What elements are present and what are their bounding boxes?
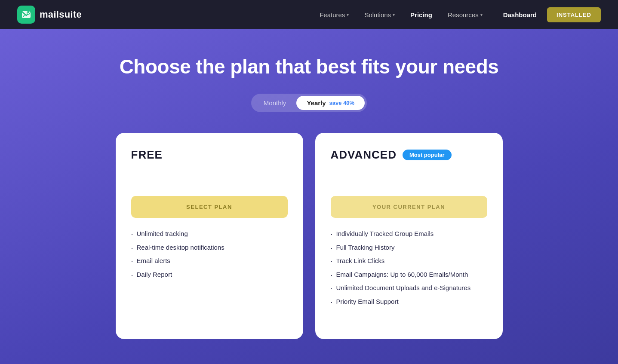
list-item: Unlimited Document Uploads and e-Signatu…: [331, 284, 487, 294]
nav-resources[interactable]: Resources ▾: [448, 11, 483, 18]
list-item: Individually Tracked Group Emails: [331, 230, 487, 239]
logo-text: mailsuite: [40, 9, 82, 20]
advanced-plan-header: ADVANCED Most popular: [331, 148, 487, 162]
list-item: Email alerts: [131, 257, 288, 266]
chevron-down-icon: ▾: [393, 12, 395, 17]
list-item: Track Link Clicks: [331, 257, 487, 266]
free-plan-header: FREE: [131, 148, 288, 162]
billing-toggle: Monthly Yearly save 40%: [251, 94, 367, 112]
list-item: Full Tracking History: [331, 244, 487, 253]
advanced-plan-card: ADVANCED Most popular YOUR CURRENT PLAN …: [315, 133, 503, 339]
free-plan-features: Unlimited tracking Real-time desktop not…: [131, 230, 288, 280]
main-content: Choose the plan that best fits your need…: [0, 29, 618, 364]
navigation: mailsuite Features ▾ Solutions ▾ Pricing…: [0, 0, 618, 29]
list-item: Priority Email Support: [331, 298, 487, 307]
select-plan-button[interactable]: SELECT PLAN: [131, 196, 288, 218]
list-item: Daily Report: [131, 271, 288, 280]
dashboard-link[interactable]: Dashboard: [503, 11, 537, 18]
list-item: Email Campaigns: Up to 60,000 Emails/Mon…: [331, 271, 487, 280]
nav-pricing[interactable]: Pricing: [410, 11, 432, 18]
list-item: Unlimited tracking: [131, 230, 288, 239]
advanced-plan-features: Individually Tracked Group Emails Full T…: [331, 230, 487, 307]
monthly-toggle[interactable]: Monthly: [253, 96, 297, 110]
chevron-down-icon: ▾: [347, 12, 349, 17]
most-popular-badge: Most popular: [403, 150, 452, 160]
nav-links: Features ▾ Solutions ▾ Pricing Resources…: [320, 11, 482, 18]
plans-container: FREE SELECT PLAN Unlimited tracking Real…: [116, 133, 503, 339]
logo[interactable]: mailsuite: [17, 6, 82, 24]
chevron-down-icon: ▾: [480, 12, 483, 17]
nav-solutions[interactable]: Solutions ▾: [364, 11, 395, 18]
page-title: Choose the plan that best fits your need…: [120, 55, 499, 78]
advanced-plan-name: ADVANCED: [331, 148, 397, 162]
current-plan-button[interactable]: YOUR CURRENT PLAN: [331, 196, 487, 218]
yearly-toggle[interactable]: Yearly save 40%: [296, 96, 365, 110]
installed-button[interactable]: INSTALLED: [547, 7, 601, 22]
free-plan-name: FREE: [131, 148, 163, 162]
mailsuite-icon: [21, 9, 31, 20]
logo-icon: [17, 6, 35, 24]
list-item: Real-time desktop notifications: [131, 244, 288, 253]
free-plan-card: FREE SELECT PLAN Unlimited tracking Real…: [116, 133, 303, 339]
nav-features[interactable]: Features ▾: [320, 11, 349, 18]
save-badge: save 40%: [329, 100, 355, 106]
